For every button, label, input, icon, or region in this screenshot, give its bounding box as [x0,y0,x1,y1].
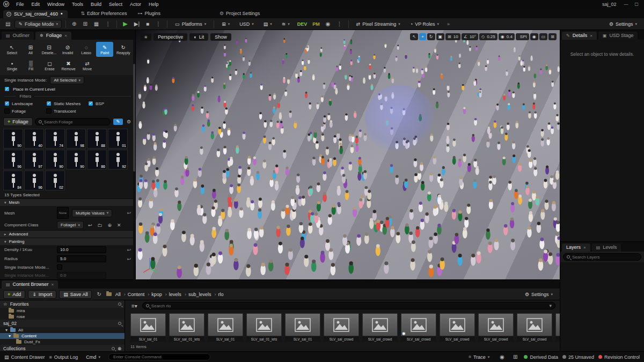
play-button[interactable]: ▶ [121,20,129,27]
foliage-type-thumbnail[interactable]: 90 [45,150,65,169]
filter-checkbox[interactable] [46,101,52,106]
reset-icon[interactable]: ↩ [127,247,131,253]
foliage-type-thumbnail[interactable]: 90 [66,150,86,169]
platforms-dropdown[interactable]: ▭ Platforms [171,20,210,28]
eject-more-icon[interactable]: ⋮ [153,21,163,27]
radius-input[interactable]: 5.0 [57,255,106,262]
foliage-tool-button[interactable]: ▪ Single [3,58,21,73]
close-icon[interactable]: × [590,33,592,38]
foliage-tool-button[interactable]: ⊘ Invalid [59,42,77,57]
foliage-tool-button[interactable]: ↻ Reapply [114,42,132,57]
menu-item[interactable]: Help [145,1,163,8]
tree-item-content[interactable]: ▾ Content [0,333,125,339]
tab-levels[interactable]: ▤ Levels [592,243,621,252]
asset-tile[interactable]: ✱ SLV_sal_01_lets [246,313,282,342]
project-header[interactable]: saj_02 [0,320,125,327]
painting-section-header[interactable]: ▾ Painting [0,238,135,245]
foliage-type-thumbnail[interactable]: 84 [3,171,23,190]
close-icon[interactable]: × [52,282,54,287]
cinematics-icon[interactable]: ▦ [92,21,101,27]
component-class-dropdown[interactable]: FoliageI [57,221,84,229]
menu-item[interactable]: Tools [68,1,87,8]
breadcrumb-item[interactable]: rlo [213,292,224,297]
filter-checkbox[interactable] [4,108,10,114]
search-icon[interactable] [118,322,121,325]
filter-item[interactable]: Static Meshes [46,100,88,107]
search-icon[interactable] [118,302,121,306]
usd-dropdown[interactable]: USD [236,20,258,28]
close-icon[interactable]: × [583,245,586,250]
minimize-button[interactable]: — [620,2,631,6]
asset-tile[interactable]: ✱ SLV_sal_crowd [324,313,359,342]
editor-preferences-button[interactable]: ⇅ Editor Preferences [75,10,132,18]
foliage-tool-button[interactable]: ⊟ Desele... [40,42,58,57]
foliage-type-thumbnail[interactable]: 01 [108,129,128,149]
foliage-tool-button[interactable]: ◌ Lasso [77,42,95,57]
pm-badge[interactable]: PM [311,21,321,27]
cmd-dropdown[interactable]: Cmd [82,353,104,361]
unreal-logo-icon[interactable]: U [3,1,9,7]
search-icon[interactable] [112,347,115,350]
breadcrumb-item[interactable]: levels [164,292,182,297]
breadcrumb-item[interactable]: All [114,292,122,297]
tab-layers[interactable]: Layers × [562,243,590,252]
save-all-button[interactable]: ▤ Save All [59,290,92,299]
more-options-icon[interactable]: ⋮ [103,21,113,27]
clear-icon[interactable]: ✕ [116,223,122,228]
tree-item-child[interactable]: Dust_Fx [0,339,125,345]
asset-tile[interactable]: ✱ SLV_sal_01 [285,313,320,342]
project-settings-button[interactable]: ⚙ Project Settings [214,10,265,18]
filter-checkbox[interactable] [46,108,52,114]
foliage-tool-button[interactable]: ✖ Remove [60,58,77,73]
derived-data-button[interactable]: Derived Data [524,354,558,360]
asset-tile[interactable]: ✱ SLV_sal_crowd [478,313,514,342]
asset-tile[interactable]: ✱ SLV_sal_crowd [401,313,436,342]
asset-tile[interactable]: ✱ SLV_sal_crowd [362,313,398,342]
add-icon[interactable]: ⊕ [118,346,121,351]
tab-outliner[interactable]: ▤ Outliner [2,32,34,40]
maximize-button[interactable]: ▢ [631,2,642,6]
plugins-button[interactable]: ⊶ Plugins [133,10,166,18]
foliage-tool-button[interactable]: ⇄ Move [78,58,96,73]
tree-item-all[interactable]: ▾ All [0,327,125,333]
menu-item[interactable]: File [12,1,28,8]
browse-icon[interactable]: 🗀 [97,223,104,228]
menu-item[interactable]: Actor [126,1,145,8]
foliage-tool-button[interactable]: ◻ Erase [41,58,58,73]
foliage-tool-button[interactable]: ▒ Fill [22,58,40,73]
filter-item[interactable]: Landscape [4,100,46,107]
place-in-level-checkbox[interactable] [4,86,10,92]
output-log-button[interactable]: ≡ Output Log [49,354,78,360]
filter-checkbox[interactable] [4,101,10,106]
advanced-section-header[interactable]: ▸ Advanced [0,230,135,238]
filter-icon[interactable]: ≡▾ [129,303,140,309]
layers-dropdown[interactable]: ▤ [260,20,276,28]
console-input[interactable] [113,354,206,359]
asset-search[interactable]: ▾ [142,302,555,309]
foliage-tool-button[interactable]: ↖ Select [3,42,21,57]
single-instance-mode-select[interactable]: All Selected [50,76,84,84]
foliage-type-thumbnail[interactable]: 74 [45,129,65,149]
console-input-box[interactable] [108,353,210,360]
skip-button[interactable]: ▶| [132,21,142,27]
menu-item[interactable]: Window [43,1,68,8]
menu-item[interactable]: Build [87,1,105,8]
foliage-tool-button[interactable]: ⊞ All [22,42,40,57]
favorite-folder[interactable]: rose [0,314,125,320]
effects-dropdown[interactable]: ≋ [278,20,294,28]
save-icon[interactable]: ▤ [3,21,12,27]
breadcrumb-item[interactable]: sub_levels [184,292,213,297]
camera-icon[interactable]: ◉ [324,21,333,27]
filter-item[interactable]: Foliage [4,107,46,115]
tab-usd-stage[interactable]: ▣ USD Stage [598,32,638,40]
mode-selector[interactable]: ✎ Foliage Mode [14,20,62,28]
trace-dropdown[interactable]: ⌗ Trace [465,352,493,361]
asset-tile[interactable]: ✱ SLV_sal_01_lets [169,313,204,342]
stop-button[interactable]: ■ [144,21,151,27]
collections-header[interactable]: Collections ⊕ [0,345,125,351]
asset-tile[interactable]: ✱ SLV_sal_01 [130,313,166,342]
add-actor-icon[interactable]: ⊕ [70,21,78,27]
chevron-down-icon[interactable]: ▾ [549,303,552,308]
cb-settings-dropdown[interactable]: ⚙ Settings [521,290,557,299]
overflow-chevrons-icon[interactable]: » [445,21,452,27]
